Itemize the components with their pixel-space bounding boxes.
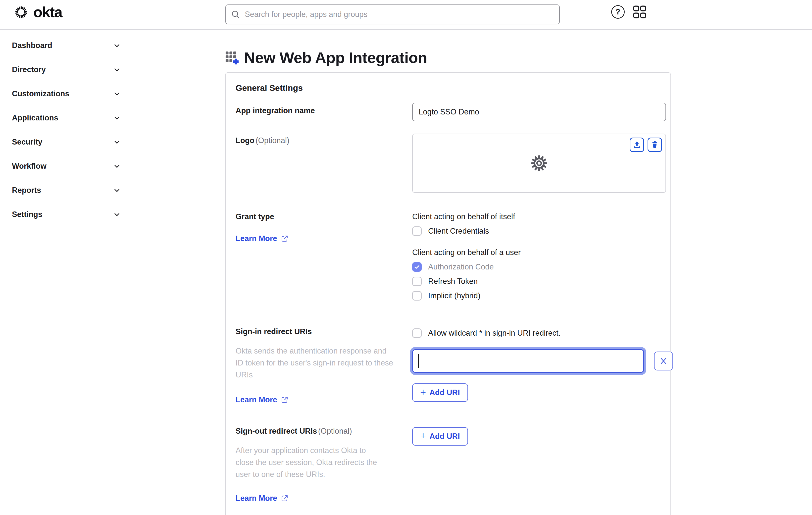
help-button[interactable]: ? <box>611 5 625 19</box>
external-link-icon <box>281 494 289 502</box>
signin-description: Okta sends the authentication response a… <box>236 345 396 381</box>
new-app-icon <box>225 51 238 64</box>
section-divider <box>236 412 661 412</box>
logo-label: Logo <box>236 136 255 145</box>
chevron-down-icon <box>113 211 120 218</box>
signin-uri-field <box>412 349 644 373</box>
signout-add-uri-button[interactable]: + Add URI <box>412 427 468 446</box>
general-settings-card: General Settings App integration name Lo… <box>225 72 671 515</box>
brand-wordmark: okta <box>33 5 62 20</box>
checkbox-box-checked <box>412 262 422 272</box>
plus-icon: + <box>420 387 426 397</box>
grant-learn-more-link[interactable]: Learn More <box>236 234 289 243</box>
logo-row: Logo (Optional) <box>236 134 661 193</box>
question-mark-icon: ? <box>616 7 620 17</box>
signout-redirect-row: Sign-out redirect URIs (Optional) After … <box>236 427 661 503</box>
checkbox-box <box>412 277 422 286</box>
page-title: New Web App Integration <box>244 49 427 66</box>
trash-icon <box>650 140 660 149</box>
upload-icon <box>632 140 642 150</box>
signin-uri-line <box>412 347 673 375</box>
external-link-icon <box>281 396 289 404</box>
grant-type-row: Grant type Learn More Client acting on b… <box>236 212 661 304</box>
checkbox-refresh-token[interactable]: Refresh Token <box>412 276 661 287</box>
grant-type-label: Grant type <box>236 212 274 221</box>
grant-user-title: Client acting on behalf of a user <box>412 248 661 257</box>
chevron-down-icon <box>113 139 120 146</box>
logo-upload-area <box>412 134 666 193</box>
section-divider <box>236 316 661 316</box>
global-search[interactable] <box>225 4 560 24</box>
external-link-icon <box>281 235 289 242</box>
sidebar-item-reports[interactable]: Reports <box>0 178 132 202</box>
grant-self-title: Client acting on behalf of itself <box>412 212 661 221</box>
signin-redirect-row: Sign-in redirect URIs Okta sends the aut… <box>236 327 661 404</box>
checkbox-box <box>412 328 422 338</box>
gear-placeholder-icon <box>531 155 548 172</box>
upload-logo-button[interactable] <box>630 138 644 152</box>
sidebar-item-dashboard[interactable]: Dashboard <box>0 33 132 57</box>
text-cursor <box>418 354 419 368</box>
logo-actions <box>630 138 662 152</box>
delete-logo-button[interactable] <box>647 138 662 152</box>
signout-optional-label: (Optional) <box>318 427 352 435</box>
chevron-down-icon <box>113 187 120 194</box>
plus-icon: + <box>420 431 426 441</box>
sidebar-item-customizations[interactable]: Customizations <box>0 82 132 106</box>
app-name-label: App integration name <box>236 106 315 115</box>
signout-description: After your application contacts Okta to … <box>236 445 385 480</box>
checkbox-box <box>412 226 422 236</box>
page-header: New Web App Integration <box>225 49 427 66</box>
sidebar-item-security[interactable]: Security <box>0 130 132 154</box>
signin-learn-more-link[interactable]: Learn More <box>236 395 289 404</box>
signout-learn-more-link[interactable]: Learn More <box>236 494 289 503</box>
card-heading: General Settings <box>236 83 661 93</box>
chevron-down-icon <box>113 114 120 121</box>
sidebar: Dashboard Directory Customizations Appli… <box>0 30 132 515</box>
signin-redirect-uri-input[interactable] <box>412 349 644 373</box>
search-input[interactable] <box>244 10 554 19</box>
signin-add-uri-button[interactable]: + Add URI <box>412 383 468 402</box>
top-bar: okta ? <box>0 0 812 30</box>
sidebar-item-workflow[interactable]: Workflow <box>0 154 132 178</box>
app-name-row: App integration name <box>236 103 661 121</box>
chevron-down-icon <box>113 42 120 49</box>
close-icon <box>660 357 667 365</box>
sidebar-item-settings[interactable]: Settings <box>0 202 132 226</box>
checkbox-allow-wildcard[interactable]: Allow wildcard * in sign-in URI redirect… <box>412 327 673 339</box>
sidebar-item-directory[interactable]: Directory <box>0 57 132 82</box>
remove-uri-button[interactable] <box>654 351 673 370</box>
chevron-down-icon <box>113 66 120 73</box>
app-integration-name-input[interactable] <box>412 103 666 121</box>
okta-sunburst-icon <box>13 4 29 20</box>
okta-logo[interactable]: okta <box>13 4 62 20</box>
check-icon <box>414 264 420 270</box>
checkbox-box <box>412 291 422 301</box>
signout-label: Sign-out redirect URIs <box>236 427 317 435</box>
signin-label: Sign-in redirect URIs <box>236 327 312 336</box>
sidebar-item-applications[interactable]: Applications <box>0 106 132 130</box>
chevron-down-icon <box>113 163 120 170</box>
chevron-down-icon <box>113 90 120 97</box>
checkbox-client-credentials[interactable]: Client Credentials <box>412 225 661 237</box>
apps-grid-icon <box>633 5 646 19</box>
checkbox-authorization-code: Authorization Code <box>412 261 661 273</box>
apps-grid-button[interactable] <box>632 5 647 19</box>
search-icon <box>231 10 240 19</box>
logo-optional-label: (Optional) <box>256 136 289 145</box>
checkbox-implicit-hybrid[interactable]: Implicit (hybrid) <box>412 290 661 302</box>
main-content: New Web App Integration General Settings… <box>133 30 812 515</box>
